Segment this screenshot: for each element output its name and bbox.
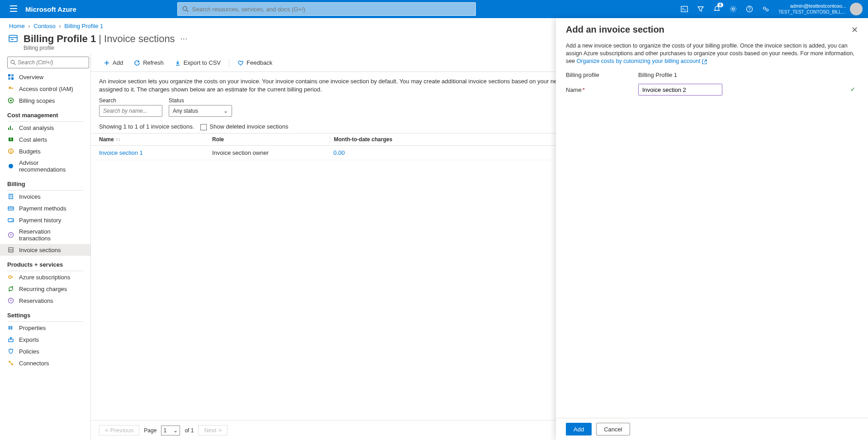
more-actions-button[interactable]: ··· <box>180 35 188 43</box>
bc-home[interactable]: Home <box>9 23 25 29</box>
svg-point-14 <box>11 60 14 64</box>
nav-cost-analysis[interactable]: Cost analysis <box>0 122 90 134</box>
add-button[interactable]: Add <box>99 57 128 68</box>
row-charges[interactable]: 0.00 <box>330 149 402 156</box>
export-icon <box>7 336 14 343</box>
bp-value: Billing Profile 1 <box>638 72 677 78</box>
side-search-input[interactable] <box>18 59 86 66</box>
col-name[interactable]: Name↑↓ <box>99 136 212 143</box>
nav-invoice-sections[interactable]: Invoice sections <box>0 244 90 256</box>
nav-payment-history[interactable]: Payment history <box>0 214 90 226</box>
add-invoice-section-flyout: Add an invoice section ✕ Add a new invoi… <box>556 18 868 440</box>
nav-group-cost: Cost management <box>0 106 90 120</box>
svg-rect-11 <box>9 35 17 42</box>
flyout-cancel-button[interactable]: Cancel <box>596 423 630 435</box>
nav-label: Properties <box>19 325 46 331</box>
nav-payment-methods[interactable]: Payment methods <box>0 202 90 214</box>
name-input[interactable] <box>638 84 722 96</box>
nav-billing-scopes[interactable]: Billing scopes <box>0 95 90 106</box>
svg-point-48 <box>11 363 13 365</box>
feedback-icon[interactable] <box>759 2 773 16</box>
svg-text:$: $ <box>10 138 12 141</box>
export-button[interactable]: Export to CSV <box>170 57 225 68</box>
cloud-shell-icon[interactable] <box>677 2 692 16</box>
clock-icon <box>7 297 14 304</box>
settings-icon[interactable] <box>726 2 740 16</box>
svg-point-40 <box>9 276 11 278</box>
feedback-button[interactable]: Feedback <box>233 57 277 68</box>
svg-point-47 <box>9 361 10 363</box>
svg-rect-29 <box>9 194 13 199</box>
nav-overview[interactable]: Overview <box>0 71 90 83</box>
nav-reservations[interactable]: Reservations <box>0 295 90 306</box>
learn-more-link[interactable]: Organize costs by cutomizing your billin… <box>577 58 701 64</box>
flyout-add-button[interactable]: Add <box>566 423 592 435</box>
nav-recurring[interactable]: Recurring charges <box>0 283 90 295</box>
recurring-icon <box>7 285 14 292</box>
next-button[interactable]: Next > <box>198 425 228 435</box>
nav-cost-alerts[interactable]: $Cost alerts <box>0 134 90 145</box>
alert-icon: $ <box>7 136 14 143</box>
bc-profile[interactable]: Billing Profile 1 <box>64 23 103 29</box>
notifications-icon[interactable]: 8 <box>710 2 724 16</box>
svg-rect-19 <box>11 77 14 80</box>
show-deleted-check[interactable]: Show deleted invoice sections <box>200 123 288 130</box>
bc-contoso[interactable]: Contoso <box>33 23 55 29</box>
notif-badge: 8 <box>717 3 723 7</box>
nav-group-products: Products + services <box>0 256 90 270</box>
nav-properties[interactable]: Properties <box>0 322 90 334</box>
nav-label: Invoice sections <box>19 247 61 253</box>
svg-line-15 <box>14 63 15 65</box>
directory-filter-icon[interactable] <box>693 2 708 16</box>
nav-azure-subs[interactable]: Azure subscriptions <box>0 271 90 283</box>
nav-budgets[interactable]: $Budgets <box>0 145 90 157</box>
nav-access-control[interactable]: Access control (IAM) <box>0 83 90 95</box>
svg-point-21 <box>11 87 13 89</box>
col-role[interactable]: Role <box>212 136 330 143</box>
user-block[interactable]: admin@testtestcontoso... TEST_TEST_CONTO… <box>778 3 863 15</box>
nav-policies[interactable]: Policies <box>0 345 90 357</box>
history-icon <box>7 216 14 224</box>
nav-exports[interactable]: Exports <box>0 334 90 345</box>
nav-connectors[interactable]: Connectors <box>0 357 90 369</box>
refresh-button[interactable]: Refresh <box>129 57 168 68</box>
nav-label: Azure subscriptions <box>19 274 70 281</box>
sort-icon: ↑↓ <box>116 137 120 142</box>
svg-point-10 <box>766 9 768 11</box>
billing-profile-icon <box>7 33 19 45</box>
nav-reservation-trans[interactable]: Reservation transactions <box>0 226 90 244</box>
flyout-description: Add a new invoice section to organize th… <box>566 42 858 65</box>
nav-invoices[interactable]: Invoices <box>0 191 90 202</box>
bc-sep: › <box>28 23 30 29</box>
row-role: Invoice section owner <box>212 149 330 156</box>
svg-line-4 <box>186 10 188 12</box>
nav-label: Policies <box>19 348 39 355</box>
nav-label: Overview <box>19 74 43 81</box>
svg-rect-37 <box>9 248 13 252</box>
required-star: * <box>583 86 585 93</box>
brand-label[interactable]: Microsoft Azure <box>25 5 76 13</box>
svg-point-23 <box>10 100 12 101</box>
nav-label: Payment methods <box>19 205 66 212</box>
page-select[interactable]: 1⌄ <box>161 426 180 435</box>
svg-point-20 <box>9 87 11 89</box>
nav-group-billing: Billing <box>0 175 90 189</box>
page-label: Page <box>144 427 157 434</box>
properties-icon <box>7 324 14 331</box>
global-search-input[interactable] <box>192 6 471 13</box>
side-search[interactable] <box>7 57 89 68</box>
status-select[interactable]: Any status⌄ <box>169 105 232 117</box>
page-title: Billing Profile 1 | Invoice sections <box>24 33 175 45</box>
nav-advisor[interactable]: Advisor recommendations <box>0 157 90 175</box>
svg-point-6 <box>732 8 735 10</box>
bp-row: Billing profile Billing Profile 1 <box>566 72 858 78</box>
prev-button[interactable]: < Previous <box>99 425 139 435</box>
col-charges[interactable]: Month-to-date charges <box>330 136 402 143</box>
global-search[interactable] <box>177 2 476 16</box>
close-icon[interactable]: ✕ <box>851 25 858 35</box>
help-icon[interactable]: ? <box>742 2 757 16</box>
search-input[interactable] <box>99 105 162 117</box>
row-name-link[interactable]: Invoice section 1 <box>99 149 143 156</box>
svg-rect-17 <box>11 74 14 77</box>
menu-icon[interactable] <box>5 5 22 13</box>
